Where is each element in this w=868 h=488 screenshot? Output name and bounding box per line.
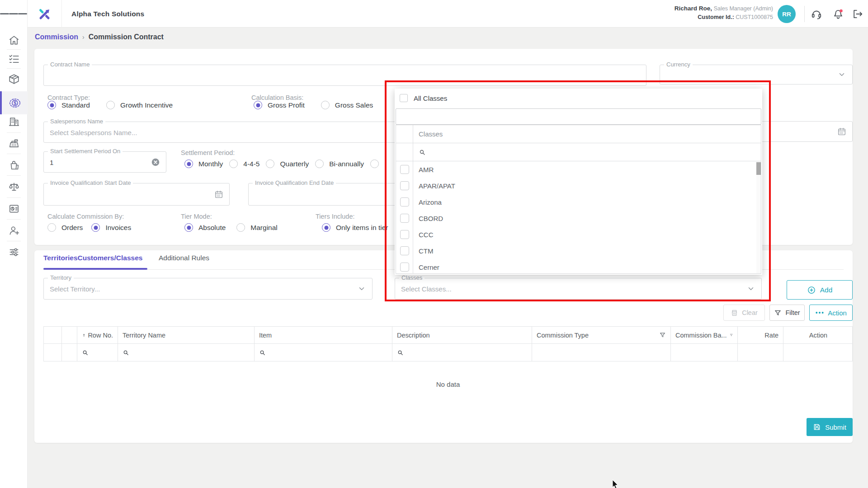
class-checkbox[interactable] xyxy=(400,246,409,255)
invoice-qualification-start-field[interactable]: Invoice Qualification Start Date xyxy=(43,183,230,206)
preferences-sliders-icon xyxy=(8,246,20,258)
clear-value-icon[interactable] xyxy=(151,157,160,167)
radio-only-items-in-tier[interactable]: Only items in tier xyxy=(322,223,388,232)
classes-column-header: Classes xyxy=(413,125,761,143)
report-card-icon xyxy=(8,203,20,215)
sidebar-item-products[interactable] xyxy=(0,70,28,88)
sidebar-divider xyxy=(7,68,21,69)
radio-standard[interactable]: Standard xyxy=(47,101,90,109)
header-commission-type[interactable]: Commission Type xyxy=(532,327,671,343)
radio-marginal[interactable]: Marginal xyxy=(236,223,277,232)
scrollbar-thumb[interactable] xyxy=(756,162,761,175)
radio-growth-incentive[interactable]: Growth Incentive xyxy=(106,101,173,109)
header-territory-name[interactable]: Territory Name xyxy=(118,327,255,343)
avatar[interactable]: RR xyxy=(778,5,796,23)
action-button[interactable]: Action xyxy=(809,305,853,321)
sidebar-item-tasks[interactable] xyxy=(0,50,28,68)
sidebar-item-preferences[interactable] xyxy=(0,243,28,261)
sidebar-item-company[interactable] xyxy=(0,113,28,131)
list-item[interactable]: CTM xyxy=(396,243,761,259)
debit-credit-scale-icon xyxy=(8,181,20,192)
class-checkbox[interactable] xyxy=(400,214,409,223)
calculate-commission-by-label: Calculate Commission By: xyxy=(47,213,124,220)
list-item[interactable]: CBORD xyxy=(396,210,761,226)
radio-absolute[interactable]: Absolute xyxy=(184,223,226,232)
list-item[interactable]: AMR xyxy=(396,161,761,178)
classes-select[interactable]: Classes Select Classes... xyxy=(395,278,762,300)
class-checkbox[interactable] xyxy=(400,263,409,272)
commission-coin-icon: $ xyxy=(9,97,21,109)
territory-select[interactable]: Territory Select Territory... xyxy=(43,278,373,300)
mouse-cursor xyxy=(612,480,620,488)
sidebar-item-home[interactable] xyxy=(0,31,28,49)
classes-search-cell[interactable] xyxy=(413,143,761,161)
hamburger-menu-icon[interactable] xyxy=(0,0,28,28)
classes-grid-header: Classes xyxy=(396,125,761,143)
radio-orders[interactable]: Orders xyxy=(47,223,83,232)
selected-classes-input[interactable] xyxy=(396,108,761,125)
app-title: Alpha Tech Solutions xyxy=(71,0,144,28)
calendar-icon[interactable] xyxy=(214,189,224,199)
tab-territories-customers-classes[interactable]: TerritoriesCustomers/Classes xyxy=(43,254,142,262)
logout-icon[interactable] xyxy=(852,8,863,20)
header-select-col xyxy=(44,327,62,343)
search-icon xyxy=(259,349,266,356)
all-classes-label: All Classes xyxy=(414,94,447,102)
scrollbar[interactable] xyxy=(756,161,761,273)
sidebar-item-commission[interactable]: $ xyxy=(0,91,28,114)
radio-monthly[interactable]: Monthly xyxy=(184,160,223,168)
class-checkbox[interactable] xyxy=(400,181,409,190)
radio-4-4-5[interactable]: 4-4-5 xyxy=(229,160,259,168)
submit-button[interactable]: Submit xyxy=(807,418,853,436)
search-territory-name[interactable] xyxy=(118,344,255,361)
header-description[interactable]: Description xyxy=(392,327,532,343)
clear-button[interactable]: Clear xyxy=(723,305,765,321)
class-checkbox[interactable] xyxy=(400,165,409,174)
classes-search-row[interactable] xyxy=(396,143,761,161)
calculation-basis-label: Calculation Basis: xyxy=(251,94,303,101)
contract-name-field[interactable]: Contract Name xyxy=(43,65,646,86)
header-row-no[interactable]: Row No. xyxy=(77,327,118,343)
header-item[interactable]: Item xyxy=(255,327,392,343)
header-rate[interactable]: Rate xyxy=(738,327,783,343)
sidebar-item-debit-credit[interactable] xyxy=(0,178,28,196)
filter-button[interactable]: Filter xyxy=(769,305,805,321)
sidebar-item-reports[interactable] xyxy=(0,200,28,218)
list-item[interactable]: Cerner xyxy=(396,259,761,273)
sidebar-item-billing[interactable] xyxy=(0,134,28,152)
radio-gross-sales[interactable]: Gross Sales xyxy=(321,101,373,109)
radio-gross-profit[interactable]: Gross Profit xyxy=(254,101,305,109)
list-item[interactable]: APAR/APAT xyxy=(396,178,761,194)
notifications-bell-icon[interactable] xyxy=(832,8,844,20)
add-button[interactable]: Add xyxy=(787,280,853,300)
header-commission-basis[interactable]: Commission Ba... xyxy=(671,327,738,343)
list-item[interactable]: Arizona xyxy=(396,194,761,210)
settlement-period-group: Monthly 4-4-5 Quarterly Bi-annually xyxy=(184,160,384,168)
all-classes-checkbox[interactable] xyxy=(400,94,408,102)
radio-invoices[interactable]: Invoices xyxy=(91,223,131,232)
sidebar-item-purchases[interactable] xyxy=(0,156,28,174)
sidebar-item-add-user[interactable] xyxy=(0,221,28,239)
classes-dropdown-panel: All Classes Classes AMR APAR/APAT Arizon… xyxy=(395,89,762,275)
classes-placeholder: Select Classes... xyxy=(401,285,452,293)
currency-select[interactable]: Currency xyxy=(660,65,853,84)
territories-card: TerritoriesCustomers/Classes Additional … xyxy=(34,250,853,443)
empty-table-message: No data xyxy=(43,380,853,388)
radio-bi-annually[interactable]: Bi-annually xyxy=(315,160,364,168)
class-checkbox[interactable] xyxy=(400,230,409,239)
search-item[interactable] xyxy=(255,344,392,361)
list-item[interactable]: CCC xyxy=(396,226,761,243)
support-headset-icon[interactable] xyxy=(811,8,822,20)
start-settlement-field[interactable]: Start Settlement Period On 1 xyxy=(43,151,166,173)
search-icon xyxy=(397,349,404,356)
calendar-icon[interactable] xyxy=(837,127,847,136)
tab-additional-rules[interactable]: Additional Rules xyxy=(159,254,209,262)
user-role: Sales Manager (Admin) xyxy=(714,5,773,12)
radio-quarterly[interactable]: Quarterly xyxy=(266,160,309,168)
plus-circle-icon xyxy=(807,286,816,295)
class-checkbox[interactable] xyxy=(400,197,409,206)
search-row-no[interactable] xyxy=(77,344,118,361)
radio-annually-partial[interactable] xyxy=(370,160,384,168)
breadcrumb-commission-link[interactable]: Commission xyxy=(35,33,78,41)
search-description[interactable] xyxy=(392,344,532,361)
